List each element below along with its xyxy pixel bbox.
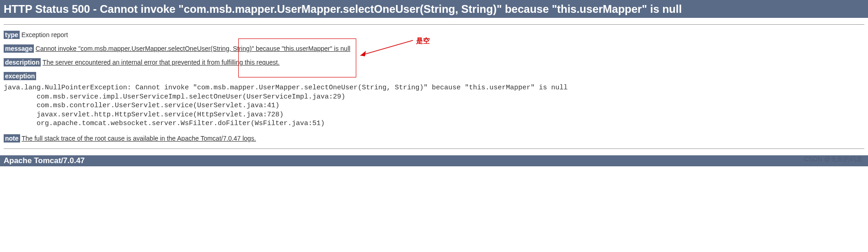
divider [4,24,864,25]
note-label: note [4,134,20,142]
message-section: message Cannot invoke "com.msb.mapper.Us… [4,45,864,52]
description-label: description [4,58,41,66]
exception-section: exception java.lang.NullPointerException… [4,72,864,128]
footer: Apache Tomcat/7.0.47 [0,155,868,166]
description-text: The server encountered an internal error… [43,59,279,66]
description-section: description The server encountered an in… [4,59,864,66]
message-text: Cannot invoke "com.msb.mapper.UserMapper… [36,45,350,52]
type-text: Exception report [21,31,68,38]
footer-text: Apache Tomcat/7.0.47 [4,156,85,165]
type-label: type [4,31,20,39]
note-section: note The full stack trace of the root ca… [4,135,864,142]
message-label: message [4,44,34,53]
type-section: type Exception report [4,31,864,38]
error-header: HTTP Status 500 - Cannot invoke "com.msb… [0,0,868,18]
divider [4,148,864,149]
watermark: CSDN @无奈的码农 [804,155,863,164]
error-content: type Exception report message Cannot inv… [0,18,868,155]
error-title: HTTP Status 500 - Cannot invoke "com.msb… [4,3,682,15]
exception-label: exception [4,72,36,80]
stack-trace: java.lang.NullPointerException: Cannot i… [4,83,864,128]
note-text: The full stack trace of the root cause i… [21,135,256,142]
